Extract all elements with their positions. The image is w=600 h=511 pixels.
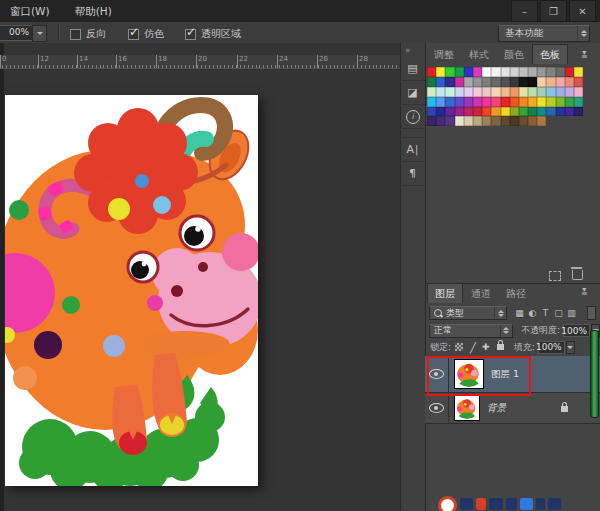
color-swatch[interactable] [501, 97, 510, 107]
lock-all-icon[interactable] [497, 344, 504, 350]
tab-styles[interactable]: 样式 [462, 45, 496, 64]
color-swatch[interactable] [519, 67, 528, 77]
color-swatch[interactable] [473, 107, 482, 117]
color-swatch[interactable] [537, 107, 546, 117]
color-swatch[interactable] [501, 107, 510, 117]
menu-window[interactable]: 窗口(W) [0, 1, 60, 19]
color-swatch[interactable] [491, 67, 500, 77]
color-swatch[interactable] [528, 97, 537, 107]
color-swatch[interactable] [528, 67, 537, 77]
visibility-toggle[interactable] [425, 356, 449, 392]
trash-icon[interactable] [572, 270, 583, 280]
color-swatch[interactable] [574, 77, 583, 87]
tab-color[interactable]: 颜色 [497, 45, 531, 64]
color-swatch[interactable] [565, 87, 574, 97]
color-swatch[interactable] [464, 87, 473, 97]
color-swatch[interactable] [574, 97, 583, 107]
visibility-toggle[interactable] [425, 393, 449, 423]
color-swatch[interactable] [537, 67, 546, 77]
close-button[interactable]: ✕ [569, 0, 596, 22]
color-swatch[interactable] [556, 97, 565, 107]
tab-channels[interactable]: 通道 [464, 284, 498, 303]
color-swatch[interactable] [427, 116, 436, 126]
filter-shape-icon[interactable]: ▢ [552, 308, 565, 318]
color-swatch[interactable] [491, 107, 500, 117]
color-swatch[interactable] [427, 107, 436, 117]
color-swatch[interactable] [528, 87, 537, 97]
color-swatch[interactable] [556, 77, 565, 87]
color-swatch[interactable] [455, 97, 464, 107]
color-swatch[interactable] [427, 97, 436, 107]
color-swatch[interactable] [537, 97, 546, 107]
filter-type-icon[interactable]: T [539, 308, 552, 318]
color-swatch[interactable] [556, 107, 565, 117]
checkbox-box[interactable] [70, 29, 81, 40]
color-swatch[interactable] [528, 107, 537, 117]
transparency-checkbox[interactable]: 透明区域 [185, 27, 241, 41]
filter-pixel-icon[interactable]: ▦ [513, 308, 526, 318]
color-swatch[interactable] [528, 77, 537, 87]
color-swatch[interactable] [445, 87, 454, 97]
color-swatch[interactable] [565, 97, 574, 107]
color-swatch[interactable] [455, 116, 464, 126]
color-swatch[interactable] [565, 107, 574, 117]
lock-transparent-icon[interactable] [455, 343, 463, 351]
color-swatch[interactable] [519, 116, 528, 126]
lock-paint-icon[interactable]: ╱ [470, 342, 476, 353]
reverse-checkbox[interactable]: 反向 [70, 27, 106, 41]
layer-filter-select[interactable]: 类型 [429, 306, 507, 320]
layer-thumbnail[interactable] [454, 395, 480, 421]
color-swatch[interactable] [464, 107, 473, 117]
color-swatch[interactable] [464, 77, 473, 87]
color-swatch[interactable] [519, 87, 528, 97]
color-swatch[interactable] [445, 97, 454, 107]
color-swatch[interactable] [537, 116, 546, 126]
character-icon[interactable]: A [400, 137, 425, 162]
color-swatch[interactable] [537, 87, 546, 97]
color-swatch[interactable] [436, 77, 445, 87]
expand-panels-icon[interactable]: » [405, 45, 410, 55]
color-swatch[interactable] [565, 77, 574, 87]
minimize-button[interactable]: – [511, 0, 538, 22]
color-swatch[interactable] [501, 67, 510, 77]
color-swatch[interactable] [464, 67, 473, 77]
color-swatch[interactable] [501, 77, 510, 87]
lock-move-icon[interactable]: ✚ [482, 342, 490, 352]
info-icon[interactable]: i [400, 105, 425, 129]
color-swatch[interactable] [501, 116, 510, 126]
color-swatch[interactable] [528, 116, 537, 126]
color-swatch[interactable] [473, 116, 482, 126]
color-swatch[interactable] [427, 67, 436, 77]
layer-name[interactable]: 背景 [487, 402, 506, 415]
color-swatch[interactable] [436, 67, 445, 77]
scrollbar-thumb[interactable] [590, 330, 599, 418]
filter-adjustment-icon[interactable]: ◐ [526, 308, 539, 318]
color-swatch[interactable] [473, 97, 482, 107]
checkbox-box[interactable] [128, 29, 139, 40]
layer-row-background[interactable]: 背景 [425, 393, 600, 424]
color-swatch[interactable] [473, 77, 482, 87]
menu-help[interactable]: 帮助(H) [65, 1, 122, 19]
tab-adjustments[interactable]: 调整 [427, 45, 461, 64]
color-swatch[interactable] [510, 77, 519, 87]
dither-checkbox[interactable]: 仿色 [128, 27, 164, 41]
color-swatch[interactable] [537, 77, 546, 87]
color-swatch[interactable] [510, 116, 519, 126]
layer-name[interactable]: 图层 1 [491, 368, 519, 381]
color-swatch[interactable] [519, 107, 528, 117]
fill-drop-button[interactable] [566, 341, 575, 354]
color-swatch[interactable] [445, 116, 454, 126]
color-swatch[interactable] [510, 97, 519, 107]
color-swatch[interactable] [482, 77, 491, 87]
color-swatch[interactable] [546, 87, 555, 97]
color-swatch[interactable] [482, 107, 491, 117]
layers-panel-menu-icon[interactable]: ▾≡ [581, 288, 588, 296]
layer-thumbnail[interactable] [454, 359, 484, 389]
color-swatch[interactable] [455, 67, 464, 77]
layer-row-1[interactable]: 图层 1 [425, 356, 600, 393]
color-swatch[interactable] [464, 97, 473, 107]
color-swatch[interactable] [445, 107, 454, 117]
color-swatch[interactable] [574, 87, 583, 97]
color-swatch[interactable] [574, 107, 583, 117]
color-swatch[interactable] [464, 116, 473, 126]
